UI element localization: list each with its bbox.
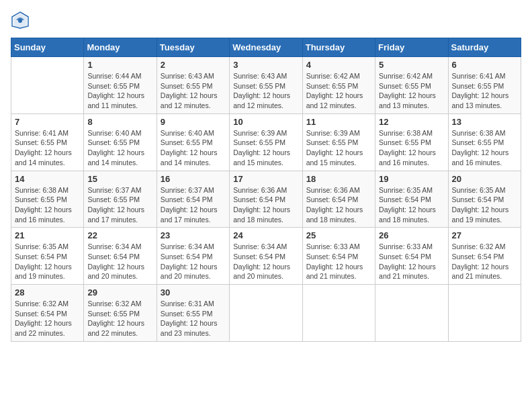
day-info: Sunrise: 6:37 AMSunset: 6:55 PMDaylight:… bbox=[87, 185, 152, 225]
calendar-cell: 24Sunrise: 6:34 AMSunset: 6:54 PMDayligh… bbox=[230, 228, 302, 285]
day-info: Sunrise: 6:40 AMSunset: 6:55 PMDaylight:… bbox=[161, 128, 226, 168]
calendar-cell: 16Sunrise: 6:37 AMSunset: 6:54 PMDayligh… bbox=[157, 171, 229, 228]
day-number: 2 bbox=[161, 60, 226, 70]
day-info: Sunrise: 6:38 AMSunset: 6:55 PMDaylight:… bbox=[15, 185, 80, 225]
day-number: 11 bbox=[306, 117, 371, 127]
calendar-cell: 9Sunrise: 6:40 AMSunset: 6:55 PMDaylight… bbox=[157, 113, 229, 171]
weekday-header: Tuesday bbox=[157, 38, 229, 57]
day-info: Sunrise: 6:34 AMSunset: 6:54 PMDaylight:… bbox=[233, 242, 298, 281]
day-info: Sunrise: 6:32 AMSunset: 6:54 PMDaylight:… bbox=[15, 299, 80, 338]
day-info: Sunrise: 6:41 AMSunset: 6:55 PMDaylight:… bbox=[452, 71, 517, 111]
weekday-header: Monday bbox=[84, 38, 157, 57]
day-number: 29 bbox=[87, 287, 152, 298]
calendar-cell bbox=[11, 57, 84, 114]
day-info: Sunrise: 6:44 AMSunset: 6:55 PMDaylight:… bbox=[87, 71, 152, 111]
day-info: Sunrise: 6:35 AMSunset: 6:54 PMDaylight:… bbox=[15, 242, 80, 281]
day-number: 23 bbox=[161, 230, 226, 240]
calendar-cell bbox=[448, 285, 521, 342]
day-number: 25 bbox=[306, 230, 371, 240]
day-number: 22 bbox=[87, 230, 152, 240]
day-number: 8 bbox=[87, 117, 152, 127]
day-number: 27 bbox=[452, 230, 517, 240]
day-info: Sunrise: 6:35 AMSunset: 6:54 PMDaylight:… bbox=[452, 185, 517, 225]
day-info: Sunrise: 6:39 AMSunset: 6:55 PMDaylight:… bbox=[306, 128, 371, 168]
calendar-week-row: 14Sunrise: 6:38 AMSunset: 6:55 PMDayligh… bbox=[11, 171, 521, 228]
weekday-header: Friday bbox=[375, 38, 448, 57]
day-info: Sunrise: 6:32 AMSunset: 6:55 PMDaylight:… bbox=[87, 299, 152, 338]
day-number: 3 bbox=[233, 60, 298, 70]
calendar-cell: 26Sunrise: 6:33 AMSunset: 6:54 PMDayligh… bbox=[375, 228, 448, 285]
day-number: 15 bbox=[87, 174, 152, 184]
weekday-header: Saturday bbox=[448, 38, 521, 57]
calendar-cell: 17Sunrise: 6:36 AMSunset: 6:54 PMDayligh… bbox=[230, 171, 302, 228]
calendar-cell: 21Sunrise: 6:35 AMSunset: 6:54 PMDayligh… bbox=[11, 228, 84, 285]
calendar-cell: 22Sunrise: 6:34 AMSunset: 6:54 PMDayligh… bbox=[84, 228, 157, 285]
calendar-cell: 15Sunrise: 6:37 AMSunset: 6:55 PMDayligh… bbox=[84, 171, 157, 228]
day-info: Sunrise: 6:34 AMSunset: 6:54 PMDaylight:… bbox=[161, 242, 226, 281]
day-number: 4 bbox=[306, 60, 371, 70]
day-number: 18 bbox=[306, 174, 371, 184]
calendar-cell: 4Sunrise: 6:42 AMSunset: 6:55 PMDaylight… bbox=[302, 57, 375, 114]
weekday-header: Wednesday bbox=[230, 38, 302, 57]
calendar-cell: 28Sunrise: 6:32 AMSunset: 6:54 PMDayligh… bbox=[11, 285, 84, 342]
calendar-cell: 29Sunrise: 6:32 AMSunset: 6:55 PMDayligh… bbox=[84, 285, 157, 342]
calendar-week-row: 7Sunrise: 6:41 AMSunset: 6:55 PMDaylight… bbox=[11, 113, 521, 171]
day-info: Sunrise: 6:34 AMSunset: 6:54 PMDaylight:… bbox=[87, 242, 152, 281]
day-number: 16 bbox=[161, 174, 226, 184]
day-number: 9 bbox=[161, 117, 226, 127]
calendar-cell: 12Sunrise: 6:38 AMSunset: 6:55 PMDayligh… bbox=[375, 113, 448, 171]
day-info: Sunrise: 6:41 AMSunset: 6:55 PMDaylight:… bbox=[15, 128, 80, 168]
calendar-cell: 10Sunrise: 6:39 AMSunset: 6:55 PMDayligh… bbox=[230, 113, 302, 171]
calendar-week-row: 1Sunrise: 6:44 AMSunset: 6:55 PMDaylight… bbox=[11, 57, 521, 114]
day-number: 17 bbox=[233, 174, 298, 184]
day-number: 30 bbox=[161, 287, 226, 298]
calendar-cell bbox=[230, 285, 302, 342]
calendar-cell: 7Sunrise: 6:41 AMSunset: 6:55 PMDaylight… bbox=[11, 113, 84, 171]
day-number: 24 bbox=[233, 230, 298, 240]
calendar-cell: 30Sunrise: 6:31 AMSunset: 6:55 PMDayligh… bbox=[157, 285, 229, 342]
day-info: Sunrise: 6:36 AMSunset: 6:54 PMDaylight:… bbox=[306, 185, 371, 225]
day-info: Sunrise: 6:33 AMSunset: 6:54 PMDaylight:… bbox=[379, 242, 444, 281]
calendar-cell: 14Sunrise: 6:38 AMSunset: 6:55 PMDayligh… bbox=[11, 171, 84, 228]
day-number: 19 bbox=[379, 174, 444, 184]
day-number: 26 bbox=[379, 230, 444, 240]
day-number: 20 bbox=[452, 174, 517, 184]
day-info: Sunrise: 6:33 AMSunset: 6:54 PMDaylight:… bbox=[306, 242, 371, 281]
day-info: Sunrise: 6:39 AMSunset: 6:55 PMDaylight:… bbox=[233, 128, 298, 168]
calendar-cell: 25Sunrise: 6:33 AMSunset: 6:54 PMDayligh… bbox=[302, 228, 375, 285]
calendar-week-row: 28Sunrise: 6:32 AMSunset: 6:54 PMDayligh… bbox=[11, 285, 521, 342]
day-info: Sunrise: 6:37 AMSunset: 6:54 PMDaylight:… bbox=[161, 185, 226, 225]
day-number: 28 bbox=[15, 287, 80, 298]
day-info: Sunrise: 6:38 AMSunset: 6:55 PMDaylight:… bbox=[379, 128, 444, 168]
logo-icon bbox=[11, 11, 30, 30]
calendar-cell: 2Sunrise: 6:43 AMSunset: 6:55 PMDaylight… bbox=[157, 57, 229, 114]
day-number: 10 bbox=[233, 117, 298, 127]
calendar-cell: 13Sunrise: 6:38 AMSunset: 6:55 PMDayligh… bbox=[448, 113, 521, 171]
day-info: Sunrise: 6:43 AMSunset: 6:55 PMDaylight:… bbox=[233, 71, 298, 111]
calendar-header-row: SundayMondayTuesdayWednesdayThursdayFrid… bbox=[11, 38, 521, 57]
calendar-cell: 27Sunrise: 6:32 AMSunset: 6:54 PMDayligh… bbox=[448, 228, 521, 285]
day-info: Sunrise: 6:35 AMSunset: 6:54 PMDaylight:… bbox=[379, 185, 444, 225]
day-info: Sunrise: 6:32 AMSunset: 6:54 PMDaylight:… bbox=[452, 242, 517, 281]
calendar-cell bbox=[302, 285, 375, 342]
page-header bbox=[11, 11, 521, 30]
day-number: 6 bbox=[452, 60, 517, 70]
weekday-header: Thursday bbox=[302, 38, 375, 57]
calendar-cell bbox=[375, 285, 448, 342]
day-number: 21 bbox=[15, 230, 80, 240]
day-info: Sunrise: 6:38 AMSunset: 6:55 PMDaylight:… bbox=[452, 128, 517, 168]
calendar-cell: 18Sunrise: 6:36 AMSunset: 6:54 PMDayligh… bbox=[302, 171, 375, 228]
svg-point-1 bbox=[18, 19, 22, 23]
day-info: Sunrise: 6:40 AMSunset: 6:55 PMDaylight:… bbox=[87, 128, 152, 168]
calendar-week-row: 21Sunrise: 6:35 AMSunset: 6:54 PMDayligh… bbox=[11, 228, 521, 285]
day-info: Sunrise: 6:43 AMSunset: 6:55 PMDaylight:… bbox=[161, 71, 226, 111]
day-number: 5 bbox=[379, 60, 444, 70]
day-info: Sunrise: 6:42 AMSunset: 6:55 PMDaylight:… bbox=[306, 71, 371, 111]
calendar-cell: 23Sunrise: 6:34 AMSunset: 6:54 PMDayligh… bbox=[157, 228, 229, 285]
calendar-cell: 11Sunrise: 6:39 AMSunset: 6:55 PMDayligh… bbox=[302, 113, 375, 171]
calendar-cell: 3Sunrise: 6:43 AMSunset: 6:55 PMDaylight… bbox=[230, 57, 302, 114]
day-info: Sunrise: 6:42 AMSunset: 6:55 PMDaylight:… bbox=[379, 71, 444, 111]
calendar-cell: 8Sunrise: 6:40 AMSunset: 6:55 PMDaylight… bbox=[84, 113, 157, 171]
day-info: Sunrise: 6:31 AMSunset: 6:55 PMDaylight:… bbox=[161, 299, 226, 338]
day-number: 1 bbox=[87, 60, 152, 70]
